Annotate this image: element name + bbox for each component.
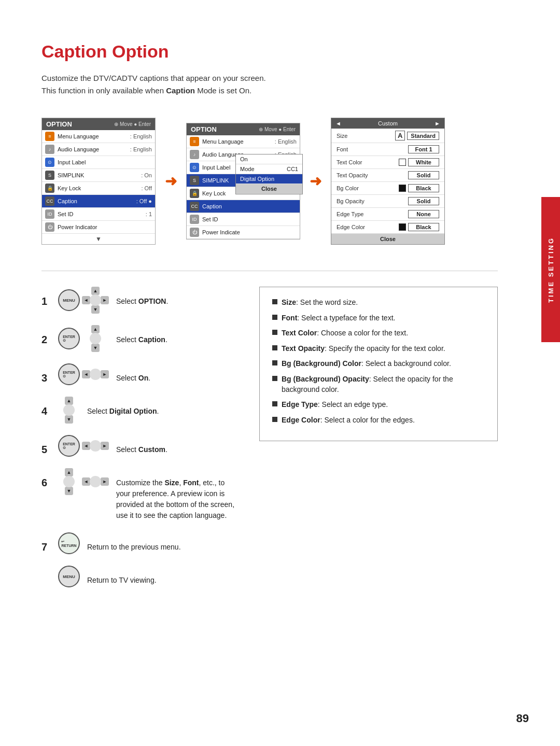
menu-row-setid: ID Set ID : 1 bbox=[42, 208, 155, 221]
menu-icon-power: ⏻ bbox=[45, 222, 54, 232]
edge-color-swatch bbox=[399, 223, 406, 231]
step-2: 2 ENTER⊙ ▲ ▼ Select Caption. bbox=[41, 325, 239, 352]
diagram3-header: ◄ Custom ► bbox=[331, 118, 444, 129]
popup-row-mode: ModeCC1 bbox=[236, 164, 302, 174]
separator bbox=[41, 271, 498, 271]
steps-section: 1 MENU ▲ ▼ ◄ ► Select OPTION. 2 bbox=[41, 287, 498, 599]
return-button[interactable]: ↩RETURN bbox=[58, 532, 80, 554]
nav-center-2 bbox=[90, 333, 101, 344]
down-arrow-4[interactable]: ▼ bbox=[65, 415, 73, 424]
d2-icon-caption: CC bbox=[190, 202, 199, 211]
up-arrow-6[interactable]: ▲ bbox=[65, 468, 73, 476]
right-arrow-6[interactable]: ► bbox=[101, 477, 109, 486]
step-menu-tv-text: Return to TV viewing. bbox=[87, 575, 157, 586]
step-1-buttons: MENU ▲ ▼ ◄ ► bbox=[58, 287, 109, 314]
menu-button[interactable]: MENU bbox=[58, 289, 80, 311]
nav-center-6b bbox=[90, 476, 101, 487]
d2-icon-setid: ID bbox=[190, 215, 199, 224]
enter-button-5[interactable]: ENTER⊙ bbox=[58, 435, 80, 457]
d2-row-menu-lang: ≡ Menu Language : English bbox=[187, 135, 300, 148]
nav-center-4 bbox=[63, 404, 75, 416]
bullet-sq bbox=[272, 299, 277, 304]
step-5-buttons: ENTER⊙ ◄ ► bbox=[58, 435, 109, 457]
step-7: 7 ↩RETURN Return to the previous menu. bbox=[41, 532, 239, 554]
popup-row-on: On bbox=[236, 154, 302, 164]
up-arrow-2[interactable]: ▲ bbox=[91, 325, 100, 333]
left-arrow-6[interactable]: ◄ bbox=[82, 477, 90, 486]
menu-icon-key: 🔒 bbox=[45, 184, 54, 193]
down-arrow-6[interactable]: ▼ bbox=[65, 487, 73, 495]
nav-cross-1: ▲ ▼ ◄ ► bbox=[82, 287, 109, 314]
diagram2-nav: ⊕ Move ● Enter bbox=[259, 126, 296, 132]
menu-icon-simplink: S bbox=[45, 171, 54, 180]
right-arrow-3[interactable]: ► bbox=[101, 370, 109, 378]
down-arrow-2[interactable]: ▼ bbox=[91, 344, 100, 352]
menu-row-power: ⏻ Power Indicator bbox=[42, 221, 155, 234]
diagram2-header: OPTION ⊕ Move ● Enter bbox=[187, 123, 300, 135]
menu-button-2[interactable]: MENU bbox=[58, 566, 80, 587]
up-arrow-4[interactable]: ▲ bbox=[65, 397, 73, 405]
diagram3-title: Custom bbox=[378, 120, 398, 126]
menu-icon-audio: ♪ bbox=[45, 145, 54, 154]
step-6: 6 ▲ ▼ ◄ ► Customize the Size, Font, etc.… bbox=[41, 468, 239, 521]
diagram2-panel-wrapper: OPTION ⊕ Move ● Enter ≡ Menu Language : … bbox=[186, 123, 300, 240]
step-1-text: Select OPTION. bbox=[116, 296, 168, 307]
step-2-buttons: ENTER⊙ ▲ ▼ bbox=[58, 325, 109, 352]
d3-row-bgcolor: Bg Color Black bbox=[331, 182, 444, 195]
nav-center-6 bbox=[63, 476, 75, 487]
step-2-number: 2 bbox=[41, 334, 51, 345]
enter-button-2[interactable]: ENTER⊙ bbox=[58, 328, 80, 349]
d2-icon-audio: ♪ bbox=[190, 150, 199, 159]
nav-cross-3: ◄ ► bbox=[82, 363, 109, 385]
d3-row-font: Font Font 1 bbox=[331, 143, 444, 156]
menu-row-menu-lang: ≡ Menu Language : English bbox=[42, 130, 155, 143]
step-3-number: 3 bbox=[41, 373, 51, 383]
bullet-textcolor: Text Color: Choose a color for the text. bbox=[272, 328, 485, 339]
bullet-font: Font: Select a typeface for the text. bbox=[272, 313, 485, 323]
step-4: 4 ▲ ▼ Select Digital Option. bbox=[41, 397, 239, 424]
up-arrow[interactable]: ▲ bbox=[91, 287, 100, 295]
menu-row-caption-hl: CC Caption : Off ● bbox=[42, 195, 155, 208]
popup-row-digital-option: Digital Option bbox=[236, 174, 302, 184]
enter-button-3[interactable]: ENTER⊙ bbox=[58, 363, 80, 385]
diagram1-header: OPTION ⊕ Move ● Enter bbox=[42, 118, 155, 130]
d3-row-edgetype: Edge Type None bbox=[331, 208, 444, 221]
step-3-text: Select On. bbox=[116, 373, 150, 384]
nav-cross-6: ▲ ▼ bbox=[58, 468, 80, 495]
side-label-text: TIME SETTING bbox=[547, 237, 555, 303]
main-content: Caption Option Customize the DTV/CADTV c… bbox=[0, 0, 539, 661]
bullet-sq-6 bbox=[272, 376, 277, 381]
right-arrow[interactable]: ► bbox=[101, 296, 109, 304]
step-5-text: Select Custom. bbox=[116, 444, 167, 455]
bullet-sq-4 bbox=[272, 345, 277, 350]
right-arrow-5[interactable]: ► bbox=[101, 442, 109, 450]
left-arrow-3[interactable]: ◄ bbox=[82, 370, 90, 378]
nav-cross-6b: ◄ ► bbox=[82, 471, 109, 492]
nav-cross-2: ▲ ▼ bbox=[82, 325, 109, 352]
step-3-buttons: ENTER⊙ ◄ ► bbox=[58, 363, 109, 385]
down-arrow[interactable]: ▼ bbox=[91, 305, 100, 314]
d2-icon-power: ⏻ bbox=[190, 228, 199, 237]
bullet-bgcolor: Bg (Background) Color: Select a backgrou… bbox=[272, 359, 485, 369]
step-4-text: Select Digital Option. bbox=[87, 406, 159, 417]
left-arrow-5[interactable]: ◄ bbox=[82, 442, 90, 450]
description: Customize the DTV/CADTV captions that ap… bbox=[41, 72, 498, 97]
diagram3-left-arrow: ◄ bbox=[335, 120, 341, 126]
left-arrow[interactable]: ◄ bbox=[82, 296, 90, 304]
d2-row-power: ⏻ Power Indicate bbox=[187, 226, 300, 239]
bullet-sq-5 bbox=[272, 360, 277, 365]
step-7-number: 7 bbox=[41, 542, 51, 552]
menu-icon-setid: ID bbox=[45, 209, 54, 219]
menu-row-input-label: ⊙ Input Label bbox=[42, 156, 155, 169]
step-6-buttons: ▲ ▼ ◄ ► bbox=[58, 468, 109, 495]
diagram1-panel: OPTION ⊕ Move ● Enter ≡ Menu Language : … bbox=[41, 118, 156, 245]
d2-icon-key: 🔒 bbox=[190, 189, 199, 198]
d3-row-size: Size A Standard bbox=[331, 129, 444, 143]
d2-row-caption: CC Caption bbox=[187, 200, 300, 213]
step-4-number: 4 bbox=[41, 406, 51, 416]
step-1: 1 MENU ▲ ▼ ◄ ► Select OPTION. bbox=[41, 287, 239, 314]
steps-left: 1 MENU ▲ ▼ ◄ ► Select OPTION. 2 bbox=[41, 287, 239, 599]
diagram2-title: OPTION bbox=[191, 125, 217, 133]
bullet-sq-8 bbox=[272, 417, 277, 422]
menu-icon-caption: CC bbox=[45, 196, 54, 206]
